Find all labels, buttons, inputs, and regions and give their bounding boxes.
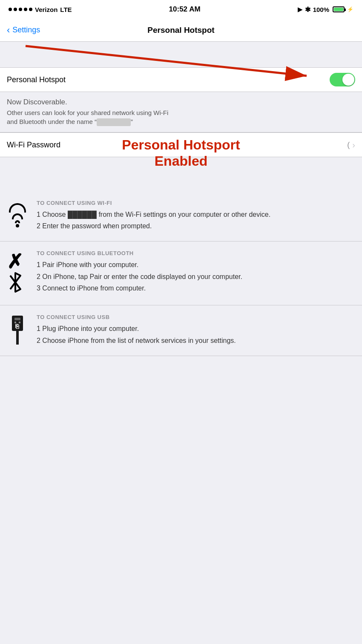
bluetooth-icon: ✱ bbox=[305, 6, 310, 14]
discoverable-desc: Other users can look for your shared net… bbox=[7, 108, 355, 126]
discoverable-desc-1: Other users can look for your shared net… bbox=[7, 109, 168, 116]
bluetooth-symbol-icon: ✗ bbox=[7, 252, 28, 296]
bluetooth-instruction-content: TO CONNECT USING BLUETOOTH 1 Pair iPhone… bbox=[37, 250, 355, 295]
signal-dots bbox=[9, 8, 32, 11]
discoverable-section: Now Discoverable. Other users can look f… bbox=[0, 92, 362, 132]
wifi-password-label: Wi-Fi Password bbox=[7, 141, 60, 150]
discoverable-desc-3: ” bbox=[131, 118, 133, 125]
usb-instruction-content: TO CONNECT USING USB 1 Plug iPhone into … bbox=[37, 314, 355, 347]
instructions-section: TO CONNECT USING WI-FI 1 Choose ██████ f… bbox=[0, 191, 362, 356]
svg-rect-5 bbox=[19, 322, 20, 323]
wifi-password-row[interactable]: Wi-Fi Password ( › bbox=[0, 133, 362, 157]
back-chevron-icon: ‹ bbox=[7, 26, 10, 35]
bt-step-2: 2 On iPhone, tap Pair or enter the code … bbox=[37, 272, 355, 282]
status-right: ▶ ✱ 100% ⚡ bbox=[298, 6, 353, 14]
wifi-icon-container bbox=[7, 200, 28, 227]
bt-step-3: 3 Connect to iPhone from computer. bbox=[37, 283, 355, 293]
wifi-password-chevron: › bbox=[352, 140, 355, 150]
svg-rect-3 bbox=[14, 318, 20, 320]
annotation-area bbox=[0, 42, 362, 67]
svg-text:⎘: ⎘ bbox=[15, 323, 19, 330]
wifi-password-right: ( › bbox=[347, 140, 355, 150]
usb-icon-container: ⎘ bbox=[7, 314, 28, 345]
wifi-instruction-block: TO CONNECT USING WI-FI 1 Choose ██████ f… bbox=[0, 191, 362, 242]
usb-instruction-block: ⎘ TO CONNECT USING USB 1 Plug iPhone int… bbox=[0, 305, 362, 356]
battery-percent: 100% bbox=[313, 6, 329, 13]
bluetooth-icon-container: ✗ bbox=[7, 250, 28, 296]
usb-step-2: 2 Choose iPhone from the list of network… bbox=[37, 336, 355, 345]
status-left: Verizon LTE bbox=[9, 6, 72, 13]
carrier-label: Verizon bbox=[35, 6, 57, 13]
wifi-password-value: ( bbox=[347, 141, 350, 150]
wifi-step-2: 2 Enter the password when prompted. bbox=[37, 221, 355, 231]
bt-step-1: 1 Pair iPhone with your computer. bbox=[37, 260, 355, 270]
hotspot-toggle-row: Personal Hotspot bbox=[0, 68, 362, 92]
usb-symbol-icon: ⎘ bbox=[8, 316, 27, 345]
bluetooth-svg bbox=[7, 271, 24, 293]
usb-step-1: 1 Plug iPhone into your computer. bbox=[37, 324, 355, 334]
back-button[interactable]: ‹ Settings bbox=[7, 26, 40, 35]
hotspot-toggle[interactable] bbox=[330, 73, 355, 86]
annotation-spacer bbox=[0, 157, 362, 191]
clock: 10:52 AM bbox=[169, 5, 201, 14]
nav-bar: ‹ Settings Personal Hotspot bbox=[0, 19, 362, 42]
charging-icon: ⚡ bbox=[347, 6, 353, 12]
status-bar: Verizon LTE 10:52 AM ▶ ✱ 100% ⚡ bbox=[0, 0, 362, 19]
wifi-password-group: Wi-Fi Password ( › bbox=[0, 132, 362, 157]
toggle-thumb bbox=[342, 74, 354, 86]
hotspot-toggle-label: Personal Hotspot bbox=[7, 75, 66, 84]
wifi-instruction-header: TO CONNECT USING WI-FI bbox=[37, 200, 355, 206]
page-wrapper: Verizon LTE 10:52 AM ▶ ✱ 100% ⚡ ‹ Settin… bbox=[0, 0, 362, 356]
wifi-instruction-content: TO CONNECT USING WI-FI 1 Choose ██████ f… bbox=[37, 200, 355, 233]
discoverable-desc-2: and Bluetooth under the name “ bbox=[7, 118, 97, 125]
back-label: Settings bbox=[12, 26, 40, 34]
svg-rect-6 bbox=[16, 331, 19, 345]
location-icon: ▶ bbox=[298, 6, 302, 13]
hotspot-toggle-group: Personal Hotspot bbox=[0, 67, 362, 92]
wifi-step-1: 1 Choose ██████ from the Wi-Fi settings … bbox=[37, 210, 355, 219]
battery-icon bbox=[333, 6, 345, 12]
bluetooth-instruction-header: TO CONNECT USING BLUETOOTH bbox=[37, 250, 355, 256]
usb-instruction-header: TO CONNECT USING USB bbox=[37, 314, 355, 320]
bluetooth-instruction-block: ✗ TO CONNECT USING BLUETOOTH 1 Pair iPho… bbox=[0, 242, 362, 305]
nav-title: Personal Hotspot bbox=[147, 26, 214, 35]
network-name-blur bbox=[97, 118, 131, 126]
wifi-signal-icon bbox=[9, 201, 26, 227]
network-type: LTE bbox=[60, 6, 72, 13]
discoverable-title: Now Discoverable. bbox=[7, 98, 355, 106]
hotspot-annotation-wrapper: Personal Hotsport Enabled Wi-Fi Password… bbox=[0, 132, 362, 191]
